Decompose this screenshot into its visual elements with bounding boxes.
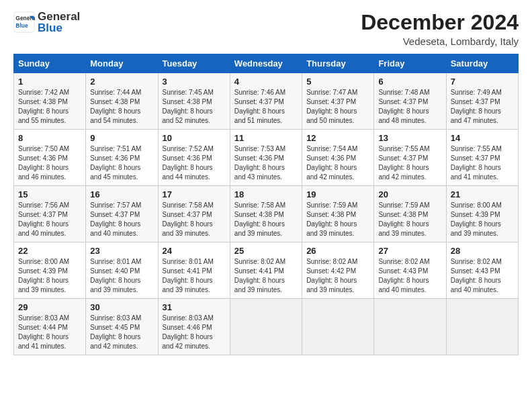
sunrise-label: Sunrise: 8:02 AM [378,258,429,265]
day-info: Sunrise: 7:54 AM Sunset: 4:36 PM Dayligh… [306,144,369,182]
day-number: 8 [18,133,81,143]
daylight-label: Daylight: 8 hours and 40 minutes. [378,277,429,293]
logo-text: General Blue [38,11,80,34]
sunrise-label: Sunrise: 7:56 AM [18,201,69,209]
sunset-label: Sunset: 4:37 PM [378,98,428,105]
day-number: 22 [18,246,81,256]
sunrise-label: Sunrise: 8:01 AM [163,258,214,265]
calendar-cell: 4 Sunrise: 7:46 AM Sunset: 4:37 PM Dayli… [230,73,302,130]
logo-blue-text: Blue [38,22,80,34]
calendar-cell: 10 Sunrise: 7:52 AM Sunset: 4:36 PM Dayl… [158,130,230,186]
sunrise-label: Sunrise: 7:49 AM [451,89,502,96]
sunset-label: Sunset: 4:36 PM [90,154,140,162]
day-info: Sunrise: 7:59 AM Sunset: 4:38 PM Dayligh… [306,201,369,238]
day-number: 25 [234,246,298,256]
sunset-label: Sunset: 4:37 PM [451,154,500,162]
daylight-label: Daylight: 8 hours and 39 minutes. [234,220,285,237]
day-number: 13 [378,133,441,143]
daylight-label: Daylight: 8 hours and 39 minutes. [451,220,501,237]
day-number: 7 [451,77,514,87]
day-number: 12 [306,133,369,143]
day-info: Sunrise: 7:42 AM Sunset: 4:38 PM Dayligh… [18,88,81,126]
sunrise-label: Sunrise: 7:59 AM [378,201,429,209]
calendar-header-row: SundayMondayTuesdayWednesdayThursdayFrid… [14,54,519,73]
day-info: Sunrise: 8:00 AM Sunset: 4:39 PM Dayligh… [18,257,81,295]
daylight-label: Daylight: 8 hours and 42 minutes. [90,333,140,350]
sunrise-label: Sunrise: 7:44 AM [90,89,141,96]
sunset-label: Sunset: 4:39 PM [18,267,68,275]
calendar-cell: 7 Sunrise: 7:49 AM Sunset: 4:37 PM Dayli… [446,73,518,130]
sunset-label: Sunset: 4:43 PM [378,267,428,275]
calendar-cell: 19 Sunrise: 7:59 AM Sunset: 4:38 PM Dayl… [302,186,374,242]
month-year-title: December 2024 [361,11,519,34]
day-info: Sunrise: 7:56 AM Sunset: 4:37 PM Dayligh… [18,201,81,238]
daylight-label: Daylight: 8 hours and 54 minutes. [90,107,140,124]
day-info: Sunrise: 7:55 AM Sunset: 4:37 PM Dayligh… [451,144,514,182]
day-info: Sunrise: 7:58 AM Sunset: 4:37 PM Dayligh… [163,201,226,238]
day-number: 29 [18,302,81,312]
sunrise-label: Sunrise: 7:58 AM [234,201,285,209]
day-number: 14 [451,133,514,143]
day-number: 30 [90,302,153,312]
calendar-weekday-monday: Monday [86,54,158,73]
sunrise-label: Sunrise: 8:03 AM [90,314,141,322]
logo: General Blue General Blue [13,11,80,34]
day-info: Sunrise: 7:47 AM Sunset: 4:37 PM Dayligh… [306,88,369,126]
calendar-cell: 3 Sunrise: 7:45 AM Sunset: 4:38 PM Dayli… [158,73,230,130]
day-number: 4 [234,77,298,87]
sunset-label: Sunset: 4:44 PM [18,324,68,331]
day-info: Sunrise: 8:02 AM Sunset: 4:42 PM Dayligh… [306,257,369,295]
calendar-week-row: 22 Sunrise: 8:00 AM Sunset: 4:39 PM Dayl… [14,242,519,299]
sunrise-label: Sunrise: 7:58 AM [163,201,214,209]
sunrise-label: Sunrise: 7:51 AM [90,145,141,152]
daylight-label: Daylight: 8 hours and 45 minutes. [90,164,140,181]
calendar-weekday-saturday: Saturday [446,54,518,73]
calendar-table: SundayMondayTuesdayWednesdayThursdayFrid… [13,54,519,355]
day-number: 24 [163,246,226,256]
daylight-label: Daylight: 8 hours and 39 minutes. [306,277,357,293]
day-info: Sunrise: 8:03 AM Sunset: 4:45 PM Dayligh… [90,314,153,351]
day-number: 21 [451,189,514,199]
day-number: 9 [90,133,153,143]
calendar-cell: 8 Sunrise: 7:50 AM Sunset: 4:36 PM Dayli… [14,130,86,186]
sunset-label: Sunset: 4:41 PM [163,267,212,275]
calendar-cell: 23 Sunrise: 8:01 AM Sunset: 4:40 PM Dayl… [86,242,158,299]
day-info: Sunrise: 8:02 AM Sunset: 4:43 PM Dayligh… [378,257,441,295]
sunrise-label: Sunrise: 7:55 AM [451,145,502,152]
calendar-weekday-sunday: Sunday [14,54,86,73]
day-info: Sunrise: 7:55 AM Sunset: 4:37 PM Dayligh… [378,144,441,182]
day-info: Sunrise: 8:02 AM Sunset: 4:43 PM Dayligh… [451,257,514,295]
calendar-cell [230,299,302,355]
calendar-cell: 12 Sunrise: 7:54 AM Sunset: 4:36 PM Dayl… [302,130,374,186]
sunset-label: Sunset: 4:45 PM [90,324,140,331]
logo-general-text: General [38,11,80,22]
calendar-cell: 29 Sunrise: 8:03 AM Sunset: 4:44 PM Dayl… [14,299,86,355]
day-info: Sunrise: 7:52 AM Sunset: 4:36 PM Dayligh… [163,144,226,182]
sunset-label: Sunset: 4:42 PM [306,267,356,275]
sunrise-label: Sunrise: 7:52 AM [163,145,214,152]
sunrise-label: Sunrise: 8:02 AM [306,258,357,265]
sunrise-label: Sunrise: 7:47 AM [306,89,357,96]
daylight-label: Daylight: 8 hours and 39 minutes. [18,277,69,293]
page: General Blue General Blue December 2024 … [0,0,532,411]
calendar-weekday-tuesday: Tuesday [158,54,230,73]
day-number: 18 [234,189,298,199]
sunset-label: Sunset: 4:37 PM [234,98,284,105]
day-info: Sunrise: 7:58 AM Sunset: 4:38 PM Dayligh… [234,201,298,238]
sunrise-label: Sunrise: 7:54 AM [306,145,357,152]
svg-text:Blue: Blue [15,22,28,29]
day-number: 3 [163,77,226,87]
sunset-label: Sunset: 4:36 PM [163,154,212,162]
calendar-week-row: 15 Sunrise: 7:56 AM Sunset: 4:37 PM Dayl… [14,186,519,242]
sunset-label: Sunset: 4:37 PM [451,98,500,105]
daylight-label: Daylight: 8 hours and 39 minutes. [163,277,213,293]
day-number: 1 [18,77,81,87]
day-info: Sunrise: 7:53 AM Sunset: 4:36 PM Dayligh… [234,144,298,182]
daylight-label: Daylight: 8 hours and 40 minutes. [90,220,140,237]
day-number: 31 [163,302,226,312]
calendar-cell: 6 Sunrise: 7:48 AM Sunset: 4:37 PM Dayli… [374,73,446,130]
day-info: Sunrise: 7:44 AM Sunset: 4:38 PM Dayligh… [90,88,153,126]
daylight-label: Daylight: 8 hours and 47 minutes. [451,107,501,124]
daylight-label: Daylight: 8 hours and 46 minutes. [18,164,69,181]
sunrise-label: Sunrise: 8:03 AM [18,314,69,322]
